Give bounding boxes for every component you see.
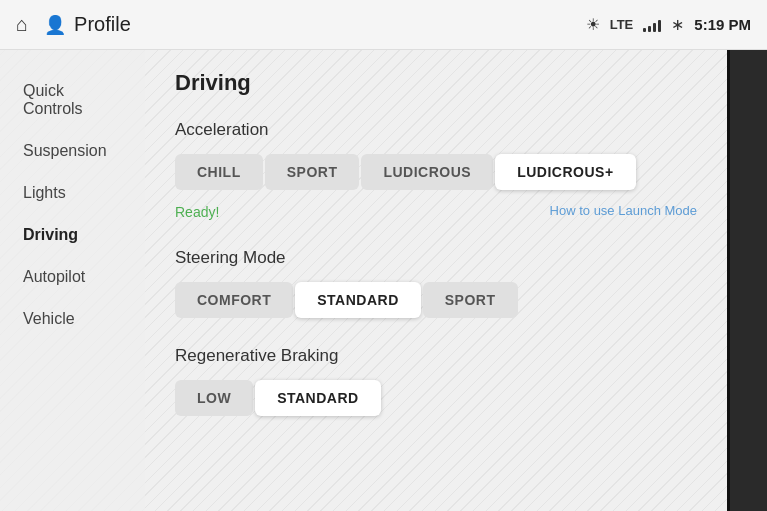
brightness-icon[interactable]: ☀ bbox=[586, 15, 600, 34]
bluetooth-icon[interactable]: ∗ bbox=[671, 15, 684, 34]
regen-braking-btn-group: LOW STANDARD bbox=[175, 380, 697, 416]
profile-button[interactable]: 👤 Profile bbox=[44, 13, 131, 36]
sidebar-label-suspension: Suspension bbox=[23, 142, 107, 159]
acceleration-section: Acceleration CHILL SPORT LUDICROUS LUDIC… bbox=[175, 120, 697, 220]
sidebar-label-quick-controls: Quick Controls bbox=[23, 82, 83, 117]
regen-low-btn[interactable]: LOW bbox=[175, 380, 253, 416]
sidebar-label-driving: Driving bbox=[23, 226, 78, 243]
acceleration-title: Acceleration bbox=[175, 120, 697, 140]
acceleration-chill-btn[interactable]: CHILL bbox=[175, 154, 263, 190]
main-content: Quick Controls Suspension Lights Driving… bbox=[0, 50, 727, 511]
profile-label: Profile bbox=[74, 13, 131, 36]
status-bar-right: ☀ LTE ∗ 5:19 PM bbox=[586, 15, 751, 34]
steering-section: Steering Mode COMFORT STANDARD SPORT bbox=[175, 248, 697, 318]
sidebar-label-autopilot: Autopilot bbox=[23, 268, 85, 285]
steering-title: Steering Mode bbox=[175, 248, 697, 268]
launch-mode-link[interactable]: How to use Launch Mode bbox=[550, 203, 697, 218]
bar4 bbox=[658, 20, 661, 32]
status-bar: ⌂ 👤 Profile ☀ LTE ∗ 5:19 PM bbox=[0, 0, 767, 50]
steering-sport-btn[interactable]: SPORT bbox=[423, 282, 518, 318]
steering-standard-btn[interactable]: STANDARD bbox=[295, 282, 421, 318]
sidebar-item-autopilot[interactable]: Autopilot bbox=[0, 256, 145, 298]
content-area: Driving Acceleration CHILL SPORT LUDICRO… bbox=[145, 50, 727, 511]
steering-comfort-btn[interactable]: COMFORT bbox=[175, 282, 293, 318]
steering-btn-group: COMFORT STANDARD SPORT bbox=[175, 282, 697, 318]
sidebar-label-lights: Lights bbox=[23, 184, 66, 201]
regen-braking-section: Regenerative Braking LOW STANDARD bbox=[175, 346, 697, 416]
right-edge-panel bbox=[727, 50, 767, 511]
time-display: 5:19 PM bbox=[694, 16, 751, 33]
bar2 bbox=[648, 26, 651, 32]
bar1 bbox=[643, 28, 646, 32]
regen-braking-title: Regenerative Braking bbox=[175, 346, 697, 366]
sidebar-item-lights[interactable]: Lights bbox=[0, 172, 145, 214]
acceleration-ludicrous-plus-btn[interactable]: LUDICROUS+ bbox=[495, 154, 635, 190]
page-title: Driving bbox=[175, 70, 697, 96]
sidebar-label-vehicle: Vehicle bbox=[23, 310, 75, 327]
sidebar-item-quick-controls[interactable]: Quick Controls bbox=[0, 70, 145, 130]
acceleration-sport-btn[interactable]: SPORT bbox=[265, 154, 360, 190]
regen-standard-btn[interactable]: STANDARD bbox=[255, 380, 381, 416]
signal-bars bbox=[643, 18, 661, 32]
user-icon: 👤 bbox=[44, 14, 66, 36]
home-icon[interactable]: ⌂ bbox=[16, 13, 28, 36]
sidebar-item-driving[interactable]: Driving bbox=[0, 214, 145, 256]
sidebar-item-vehicle[interactable]: Vehicle bbox=[0, 298, 145, 340]
acceleration-ludicrous-btn[interactable]: LUDICROUS bbox=[361, 154, 493, 190]
bar3 bbox=[653, 23, 656, 32]
acceleration-status: Ready! bbox=[175, 204, 219, 220]
lte-label: LTE bbox=[610, 17, 634, 32]
acceleration-btn-group: CHILL SPORT LUDICROUS LUDICROUS+ bbox=[175, 154, 697, 190]
sidebar: Quick Controls Suspension Lights Driving… bbox=[0, 50, 145, 511]
acceleration-note-row: Ready! How to use Launch Mode bbox=[175, 196, 697, 220]
status-bar-left: ⌂ 👤 Profile bbox=[16, 13, 131, 36]
sidebar-item-suspension[interactable]: Suspension bbox=[0, 130, 145, 172]
